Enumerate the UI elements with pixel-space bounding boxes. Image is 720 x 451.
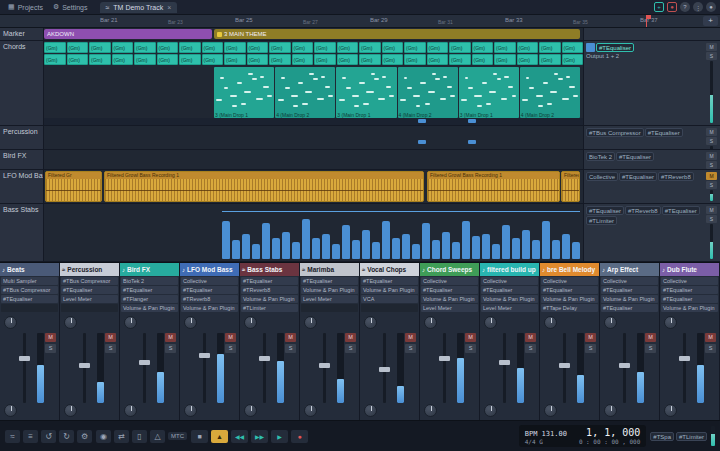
gain-knob[interactable] bbox=[424, 316, 437, 329]
channel-plugin-chip[interactable]: #TEqualiser bbox=[481, 286, 538, 294]
gain-knob[interactable] bbox=[544, 316, 557, 329]
channel-plugin-chip[interactable]: Multi Sampler bbox=[1, 277, 58, 285]
volume-fader[interactable] bbox=[683, 333, 686, 403]
chord-cell[interactable]: (Gm) bbox=[179, 42, 201, 53]
forward-button[interactable]: ▶▶ bbox=[251, 430, 268, 443]
marker-clip[interactable]: AKDOWN bbox=[44, 29, 212, 39]
chord-cell[interactable]: (Gm) bbox=[337, 42, 359, 53]
gain-knob[interactable] bbox=[484, 316, 497, 329]
chord-cell[interactable]: (Gm) bbox=[562, 42, 584, 53]
pan-knob[interactable] bbox=[544, 404, 557, 417]
list-icon[interactable]: ≡ bbox=[23, 430, 38, 443]
channel-header[interactable]: ≈Vocal Chops bbox=[360, 263, 419, 276]
midi-clip[interactable]: 3 (Main Drop 1 bbox=[214, 67, 274, 118]
fader-handle[interactable] bbox=[259, 356, 270, 361]
pan-knob[interactable] bbox=[64, 404, 77, 417]
volume-fader[interactable] bbox=[83, 333, 86, 403]
automation-node[interactable] bbox=[418, 119, 426, 123]
channel-plugin-chip[interactable]: Volume & Pan Plugin bbox=[541, 295, 598, 303]
volume-fader[interactable] bbox=[383, 333, 386, 403]
ruler-bar-label[interactable]: Bar 35 bbox=[573, 19, 588, 25]
pan-knob[interactable] bbox=[184, 404, 197, 417]
mute-button[interactable]: M bbox=[706, 152, 717, 160]
channel-plugin-chip[interactable]: Volume & Pan Plugin bbox=[241, 295, 298, 303]
channel-plugin-chip[interactable]: #TEqualiser bbox=[541, 286, 598, 294]
automation-node[interactable] bbox=[468, 119, 476, 123]
tools-icon[interactable]: ⚙ bbox=[77, 430, 92, 443]
gain-knob[interactable] bbox=[364, 316, 377, 329]
chord-cell[interactable]: (Gm) bbox=[562, 54, 584, 65]
chord-cell[interactable]: (Gm) bbox=[517, 42, 539, 53]
solo-button[interactable]: S bbox=[705, 344, 716, 353]
chord-cell[interactable]: (Gm) bbox=[247, 54, 269, 65]
channel-header[interactable]: ≈Marimba bbox=[300, 263, 359, 276]
chord-cell[interactable]: (Gm) bbox=[449, 54, 471, 65]
wave-icon[interactable]: ≈ bbox=[5, 430, 20, 443]
fader-handle[interactable] bbox=[199, 353, 210, 358]
volume-fader[interactable] bbox=[323, 333, 326, 403]
chord-cell[interactable]: (Gm) bbox=[202, 42, 224, 53]
fader-handle[interactable] bbox=[319, 363, 330, 368]
plugin-chip[interactable]: #TReverb8 bbox=[658, 172, 694, 181]
channel-plugin-chip[interactable]: #TEqualiser bbox=[601, 304, 658, 312]
channel-plugin-chip[interactable]: Collective bbox=[481, 277, 538, 285]
pan-knob[interactable] bbox=[424, 404, 437, 417]
channel-plugin-chip[interactable]: Level Meter bbox=[61, 295, 118, 303]
mute-button[interactable]: M bbox=[345, 333, 356, 342]
mute-button[interactable]: M bbox=[706, 128, 717, 136]
channel-plugin-chip[interactable]: #TLimiter bbox=[241, 304, 298, 312]
chord-cell[interactable]: (Gm) bbox=[44, 42, 66, 53]
plugin-chip[interactable]: Collective bbox=[586, 172, 618, 181]
plugin-chip[interactable]: #TEqualiser bbox=[596, 43, 634, 52]
gain-knob[interactable] bbox=[184, 316, 197, 329]
settings-button[interactable]: ⚙ Settings bbox=[49, 2, 92, 12]
chord-cell[interactable]: (Gm) bbox=[179, 54, 201, 65]
solo-button[interactable]: S bbox=[225, 344, 236, 353]
track-name[interactable]: Marker bbox=[0, 28, 44, 40]
fader-handle[interactable] bbox=[379, 367, 390, 372]
channel-plugin-chip[interactable]: Level Meter bbox=[421, 304, 478, 312]
add-button[interactable]: + bbox=[654, 2, 664, 12]
track-lane[interactable] bbox=[44, 126, 583, 149]
chord-cell[interactable]: (Gm) bbox=[89, 42, 111, 53]
add-track-button[interactable]: + bbox=[703, 16, 718, 26]
output-selector[interactable]: Output 1 + 2 bbox=[586, 53, 703, 59]
chord-cell[interactable]: (Gm) bbox=[292, 54, 314, 65]
chord-cell[interactable]: (Gm) bbox=[427, 42, 449, 53]
mute-button[interactable]: M bbox=[45, 333, 56, 342]
position-display[interactable]: 1, 1, 000 bbox=[579, 427, 640, 438]
volume-fader[interactable] bbox=[203, 333, 206, 403]
volume-fader[interactable] bbox=[623, 333, 626, 403]
pan-knob[interactable] bbox=[124, 404, 137, 417]
solo-button[interactable]: S bbox=[105, 344, 116, 353]
solo-button[interactable]: S bbox=[405, 344, 416, 353]
menu-button[interactable]: ⋮ bbox=[693, 2, 703, 12]
clip-fragment[interactable] bbox=[468, 140, 476, 144]
channel-plugin-chip[interactable]: Volume & Pan Plugin bbox=[361, 286, 418, 294]
channel-header[interactable]: ♪Beats bbox=[0, 263, 59, 276]
chord-cell[interactable]: (Gm) bbox=[67, 54, 89, 65]
chord-cell[interactable]: (Gm) bbox=[89, 54, 111, 65]
ruler-bar-label[interactable]: Bar 33 bbox=[505, 17, 523, 23]
chord-cell[interactable]: (Gm) bbox=[157, 42, 179, 53]
plugin-chip[interactable]: #TEqualiser bbox=[619, 172, 657, 181]
gain-knob[interactable] bbox=[304, 316, 317, 329]
ruler-bar-label[interactable]: Bar 21 bbox=[100, 17, 118, 23]
chord-cell[interactable]: (Gm) bbox=[359, 42, 381, 53]
chord-cell[interactable]: (Gm) bbox=[269, 42, 291, 53]
volume-fader[interactable] bbox=[143, 333, 146, 403]
master-plugin-chip[interactable]: #TLimiter bbox=[676, 432, 707, 441]
midi-clip[interactable]: 3 (Main Drop 1 bbox=[336, 67, 396, 118]
channel-plugin-chip[interactable]: Volume & Pan Plugin bbox=[481, 295, 538, 303]
channel-header[interactable]: ♪filtered build up bbox=[480, 263, 539, 276]
channel-plugin-chip[interactable]: Volume & Pan Plugin bbox=[661, 304, 718, 312]
plugin-chip[interactable]: #TBus Compressor bbox=[586, 128, 644, 137]
solo-button[interactable]: S bbox=[465, 344, 476, 353]
mute-button[interactable]: M bbox=[465, 333, 476, 342]
channel-header[interactable]: ≈Bass Stabs bbox=[240, 263, 299, 276]
mute-button[interactable]: M bbox=[225, 333, 236, 342]
channel-header[interactable]: ♪Arp Effect bbox=[600, 263, 659, 276]
channel-header[interactable]: ♪Chord Sweeps bbox=[420, 263, 479, 276]
timeline-ruler[interactable]: Bar 21Bar 25Bar 29Bar 33Bar 37Bar 23Bar … bbox=[0, 15, 720, 28]
solo-button[interactable]: S bbox=[706, 52, 717, 60]
